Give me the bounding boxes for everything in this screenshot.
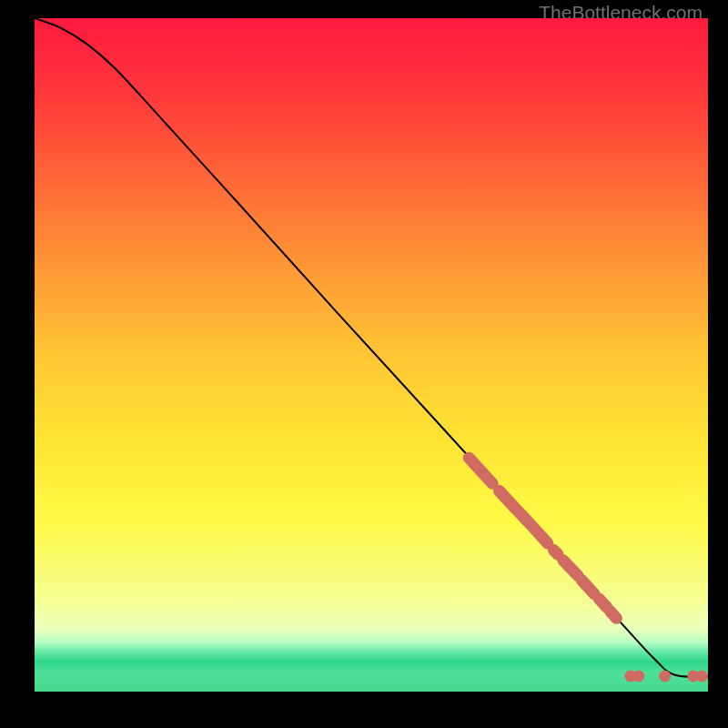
highlight-segment (599, 599, 607, 608)
highlight-dot (632, 670, 644, 682)
highlight-segment (611, 612, 617, 618)
chart-background (35, 18, 708, 692)
highlight-segment (554, 551, 558, 554)
chart-svg (35, 18, 708, 710)
highlight-dot (659, 670, 671, 682)
highlight-dot (696, 670, 708, 682)
chart-plot-area (35, 18, 708, 710)
